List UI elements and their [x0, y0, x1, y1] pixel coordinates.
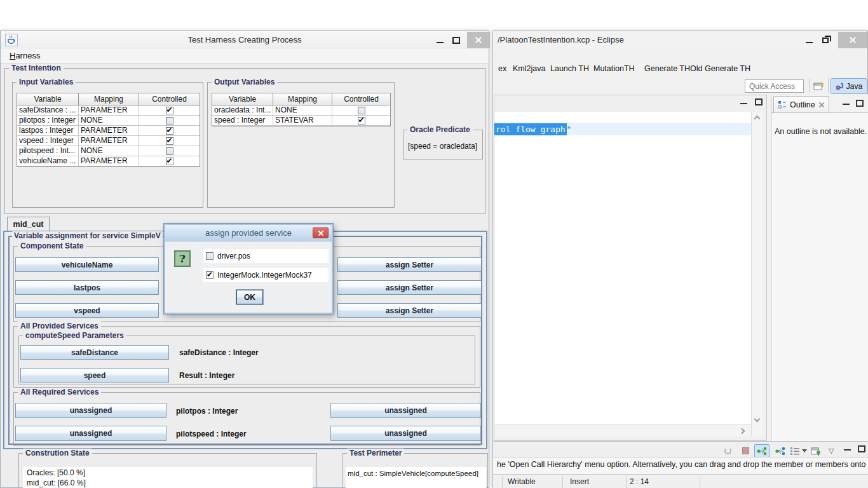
table-row[interactable]: safeDistance : ... PARAMETER — [17, 105, 200, 116]
refresh-icon[interactable] — [724, 444, 731, 458]
getter-button-vspeed[interactable]: vspeed — [15, 303, 159, 318]
required-unassigned-button[interactable]: unassigned — [15, 426, 166, 441]
table-row[interactable]: vspeed : Integer PARAMETER — [17, 136, 200, 146]
close-tab-icon[interactable] — [818, 102, 824, 107]
service-checkbox[interactable] — [206, 271, 214, 279]
toolbar-divider — [828, 78, 829, 93]
status-writable: Writable — [508, 477, 536, 486]
status-divider — [700, 476, 700, 488]
assign-setter-button[interactable]: assign Setter — [337, 280, 482, 295]
table-row[interactable]: pilotspeed : Int... NONE — [17, 146, 200, 156]
table-header[interactable]: Variable Mapping Controlled — [17, 93, 200, 105]
minimize-icon[interactable] — [806, 42, 813, 43]
controlled-checkbox[interactable] — [166, 158, 173, 165]
tab-outline[interactable]: Outline — [773, 96, 829, 112]
harness-titlebar[interactable]: Test Harness Creating Process — [1, 31, 489, 49]
outline-message: An outline is not available. — [771, 113, 868, 136]
editor-vscrollbar[interactable] — [751, 112, 763, 437]
service-option: IntegerMock.IntegerMock37 — [203, 268, 329, 282]
controlled-checkbox[interactable] — [358, 117, 365, 125]
caller-hierarchy-icon[interactable] — [754, 444, 770, 458]
required-unassigned-button[interactable]: unassigned — [330, 403, 481, 418]
ok-button[interactable]: OK — [236, 290, 263, 304]
provided-param-button-speed[interactable]: speed — [20, 368, 169, 383]
assign-setter-button[interactable]: assign Setter — [337, 257, 482, 272]
col-controlled[interactable]: Controlled — [139, 93, 200, 105]
call-hierarchy-message-box: he 'Open Call Hierarchy' menu option. Al… — [493, 457, 868, 474]
view-minimize-icon[interactable] — [844, 449, 851, 451]
editor-canvas[interactable]: rol flow graph" — [494, 112, 751, 424]
controlled-checkbox[interactable] — [166, 117, 173, 125]
service-option-label: IntegerMock.IntegerMock37 — [217, 271, 312, 280]
table-row[interactable]: speed : Integer STATEVAR — [212, 116, 390, 126]
stop-icon[interactable] — [742, 444, 749, 458]
controlled-checkbox[interactable] — [166, 107, 173, 114]
call-hierarchy-message: he 'Open Call Hierarchy' menu option. Al… — [493, 458, 868, 469]
table-row[interactable]: vehiculeName ... PARAMETER — [17, 156, 200, 166]
table-row[interactable]: lastpos : Integer PARAMETER — [17, 126, 200, 136]
menu-item[interactable]: Launch TH — [550, 60, 589, 77]
provided-result-label: Result : Integer — [179, 371, 234, 380]
close-icon[interactable] — [838, 32, 867, 48]
view-maximize-icon[interactable] — [858, 445, 865, 452]
editor-minimize-icon[interactable] — [740, 103, 747, 104]
maximize-icon[interactable] — [452, 37, 460, 44]
dialog-title: assign provided service — [205, 228, 292, 238]
menu-item[interactable]: MutationTH — [593, 60, 635, 77]
editor-maximize-icon[interactable] — [755, 98, 763, 105]
menu-item[interactable]: Generate TH — [705, 60, 750, 77]
view-menu-icon[interactable]: ▽ — [829, 444, 834, 458]
col-controlled[interactable]: Controlled — [332, 93, 390, 105]
menu-harness[interactable]: Harness — [10, 51, 40, 60]
assign-setter-button[interactable]: assign Setter — [337, 303, 482, 318]
required-unassigned-button[interactable]: unassigned — [15, 403, 166, 418]
dialog-titlebar[interactable]: assign provided service — [165, 225, 332, 241]
layout-list-icon[interactable] — [790, 444, 799, 458]
eclipse-titlebar[interactable]: /PlatoonTestIntention.kcp - Eclipse — [493, 31, 867, 49]
controlled-checkbox[interactable] — [166, 137, 173, 145]
controlled-checkbox[interactable] — [358, 107, 365, 114]
pin-view-icon[interactable] — [811, 444, 821, 458]
col-variable[interactable]: Variable — [212, 93, 273, 105]
open-perspective-icon[interactable] — [813, 81, 824, 94]
menu-item[interactable]: ex — [498, 60, 506, 77]
quick-access-input[interactable] — [745, 79, 804, 93]
col-mapping[interactable]: Mapping — [79, 93, 139, 105]
eclipse-window: /PlatoonTestIntention.kcp - Eclipse ex K… — [492, 30, 868, 488]
editor-hscrollbar[interactable] — [494, 424, 751, 437]
outline-maximize-icon[interactable] — [856, 100, 864, 107]
callee-hierarchy-icon[interactable] — [773, 444, 788, 458]
group-title: Test Intention — [9, 64, 64, 73]
test-perimeter-list: mid_cut : SimpleVehicle[computeSpeed] — [346, 467, 486, 488]
table-row[interactable]: pilotpos : Integer NONE — [17, 116, 200, 126]
col-variable[interactable]: Variable — [17, 93, 79, 105]
scroll-down-icon[interactable] — [754, 416, 761, 423]
output-variables-table: Variable Mapping Controlled oracledata :… — [212, 93, 391, 126]
menu-item[interactable]: Generate THOld — [644, 60, 702, 77]
provided-param-button-safeDistance[interactable]: safeDistance — [20, 345, 169, 360]
table-header[interactable]: Variable Mapping Controlled — [212, 93, 390, 105]
group-title: Test Perimeter — [347, 449, 404, 458]
col-mapping[interactable]: Mapping — [273, 93, 332, 105]
scroll-up-icon[interactable] — [754, 116, 761, 122]
dropdown-arrow-icon[interactable] — [802, 444, 807, 458]
java-perspective-button[interactable]: J Java — [831, 78, 867, 94]
group-title: Output Variables — [212, 78, 277, 87]
controlled-checkbox[interactable] — [166, 127, 173, 135]
group-title: All Required Services — [18, 388, 101, 397]
tab-mid-cut[interactable]: mid_cut — [7, 217, 50, 231]
outline-minimize-icon[interactable] — [843, 104, 850, 105]
controlled-checkbox[interactable] — [166, 147, 173, 155]
service-checkbox[interactable] — [206, 252, 214, 260]
getter-button-lastpos[interactable]: lastpos — [15, 280, 159, 295]
table-row[interactable]: oracledata : Int... NONE — [212, 105, 390, 116]
outline-icon — [778, 100, 787, 109]
close-icon[interactable] — [467, 32, 490, 48]
required-unassigned-button[interactable]: unassigned — [330, 426, 481, 441]
eclipse-menubar: ex Kml2java Launch TH MutationTH Generat… — [493, 60, 867, 77]
scroll-right-icon[interactable] — [739, 428, 745, 435]
minimize-icon[interactable] — [437, 42, 444, 43]
getter-button-vehiculeName[interactable]: vehiculeName — [15, 257, 159, 272]
dialog-close-icon[interactable] — [313, 227, 329, 238]
menu-item[interactable]: Kml2java — [513, 60, 545, 77]
